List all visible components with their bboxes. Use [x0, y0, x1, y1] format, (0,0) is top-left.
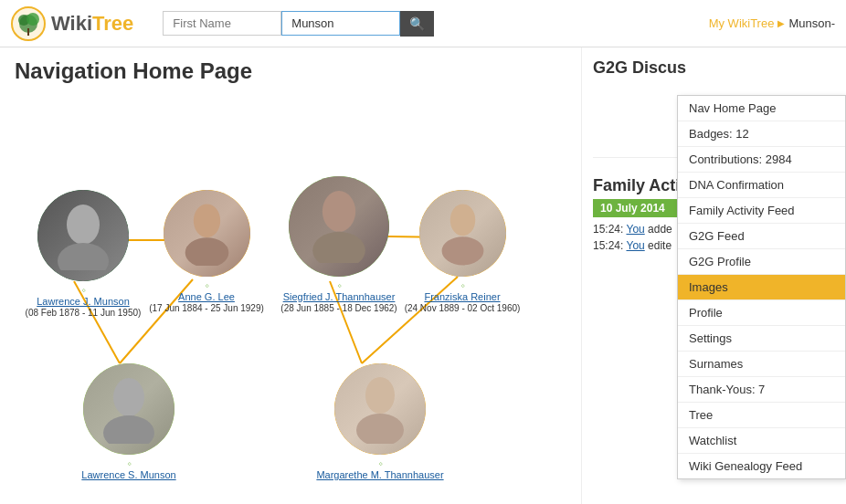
logo-area: WikiTree — [11, 6, 133, 41]
person-node-anne-g: ⬦ Anne G. Lee (17 Jun 1884 - 25 Jun 1929… — [147, 190, 266, 313]
person-name-lawrence-j[interactable]: Lawrence J. Munson — [37, 296, 130, 307]
svg-point-12 — [67, 205, 100, 245]
search-area: 🔍 — [163, 11, 434, 37]
person-node-lawrence-j: ⬦ Lawrence J. Munson (08 Feb 1878 - 11 J… — [24, 190, 143, 318]
person-circle-margarethe — [334, 363, 426, 455]
svg-point-14 — [193, 204, 219, 237]
person-circle-anne-g — [164, 190, 250, 277]
person-dates-lawrence-j: (08 Feb 1878 - 11 Jun 1950) — [24, 308, 143, 318]
logo-wiki-text: Wiki — [51, 12, 92, 35]
person-circle-siegfried-j — [289, 176, 389, 277]
dropdown-menu: Nav Home PageBadges: 12Contributions: 29… — [677, 95, 846, 479]
logo-tree-text: Tree — [92, 12, 133, 35]
search-icon: 🔍 — [409, 16, 425, 31]
svg-point-21 — [103, 415, 154, 444]
person-name-anne-g[interactable]: Anne G. Lee — [178, 291, 235, 302]
person-circle-franziska — [419, 190, 506, 277]
menu-item-thank-yous[interactable]: Thank-Yous: 7 — [678, 377, 845, 403]
svg-point-18 — [449, 204, 475, 236]
svg-point-23 — [356, 414, 404, 444]
person-dates-anne-g: (17 Jun 1884 - 25 Jun 1929) — [147, 303, 266, 313]
header: WikiTree 🔍 My WikiTree ▶ Munson- — [0, 0, 846, 47]
menu-item-watchlist[interactable]: Watchlist — [678, 428, 845, 454]
person-node-margarethe: ⬦ Margarethe M. Thannhauser — [316, 363, 444, 481]
main-content: Navigation Home Page — [0, 47, 846, 504]
svg-point-15 — [185, 237, 228, 266]
logo-text: WikiTree — [51, 12, 133, 36]
menu-item-dna-confirmation[interactable]: DNA Confirmation — [678, 173, 845, 198]
svg-point-22 — [365, 377, 395, 414]
menu-item-surnames[interactable]: Surnames — [678, 352, 845, 377]
person-node-siegfried-j: ⬦ Siegfried J. Thannhauser (28 Jun 1885 … — [275, 176, 403, 313]
person-name-franziska[interactable]: Franziska Reiner — [424, 291, 500, 302]
svg-point-4 — [26, 13, 39, 26]
person-icon-anne-g: ⬦ — [147, 280, 266, 289]
activity-time-2: 15:24: — [593, 239, 626, 252]
svg-point-17 — [312, 232, 365, 263]
nav-area: My WikiTree ▶ Munson- — [709, 16, 835, 30]
svg-point-16 — [323, 191, 355, 232]
svg-point-19 — [441, 236, 483, 265]
menu-item-contributions[interactable]: Contributions: 2984 — [678, 147, 845, 173]
menu-item-images[interactable]: Images — [678, 275, 845, 300]
activity-link-you-1[interactable]: You — [626, 223, 644, 236]
wikitree-logo-icon — [11, 6, 46, 41]
last-name-input[interactable] — [281, 11, 400, 36]
search-button[interactable]: 🔍 — [400, 11, 434, 37]
person-name-lawrence-s[interactable]: Lawrence S. Munson — [81, 469, 175, 480]
menu-item-nav-home-page[interactable]: Nav Home Page — [678, 96, 845, 121]
tree-area: ⬦ Lawrence J. Munson (08 Feb 1878 - 11 J… — [15, 99, 566, 482]
person-icon-franziska: ⬦ — [403, 280, 522, 289]
person-icon-siegfried-j: ⬦ — [275, 280, 403, 289]
activity-text-2: edite — [648, 239, 672, 252]
menu-item-g2g-profile[interactable]: G2G Profile — [678, 249, 845, 275]
svg-point-20 — [113, 378, 144, 416]
person-circle-lawrence-s — [83, 363, 174, 455]
person-name-siegfried-j[interactable]: Siegfried J. Thannhauser — [283, 291, 396, 302]
menu-item-settings[interactable]: Settings — [678, 326, 845, 352]
g2g-discussion-title: G2G Discus — [593, 58, 835, 78]
person-icon-lawrence-j: ⬦ — [24, 285, 143, 294]
person-circle-lawrence-j — [37, 190, 129, 281]
my-wikitree-link[interactable]: My WikiTree — [709, 16, 775, 30]
menu-item-badges[interactable]: Badges: 12 — [678, 121, 845, 147]
menu-item-tree[interactable]: Tree — [678, 403, 845, 428]
menu-item-g2g-feed[interactable]: G2G Feed — [678, 224, 845, 249]
page-title: Navigation Home Page — [15, 58, 566, 84]
svg-point-13 — [58, 243, 109, 270]
menu-item-profile[interactable]: Profile — [678, 300, 845, 326]
person-icon-margarethe: ⬦ — [316, 458, 444, 467]
first-name-input[interactable] — [163, 11, 281, 36]
svg-rect-5 — [27, 28, 29, 36]
nav-arrow-icon: ▶ — [777, 18, 785, 28]
activity-link-you-2[interactable]: You — [626, 239, 644, 252]
activity-text-1: adde — [648, 223, 672, 236]
activity-time-1: 15:24: — [593, 223, 626, 236]
person-icon-lawrence-s: ⬦ — [69, 458, 188, 467]
username-link[interactable]: Munson- — [788, 16, 835, 30]
person-node-lawrence-s: ⬦ Lawrence S. Munson — [69, 363, 188, 481]
left-panel: Navigation Home Page — [0, 47, 581, 504]
person-dates-siegfried-j: (28 Jun 1885 - 18 Dec 1962) — [275, 303, 403, 313]
person-name-margarethe[interactable]: Margarethe M. Thannhauser — [316, 469, 443, 480]
menu-item-family-activity-feed[interactable]: Family Activity Feed — [678, 198, 845, 224]
menu-item-wiki-genealogy-feed[interactable]: Wiki Genealogy Feed — [678, 454, 845, 478]
person-dates-franziska: (24 Nov 1889 - 02 Oct 1960) — [403, 303, 522, 313]
person-node-franziska: ⬦ Franziska Reiner (24 Nov 1889 - 02 Oct… — [403, 190, 522, 313]
